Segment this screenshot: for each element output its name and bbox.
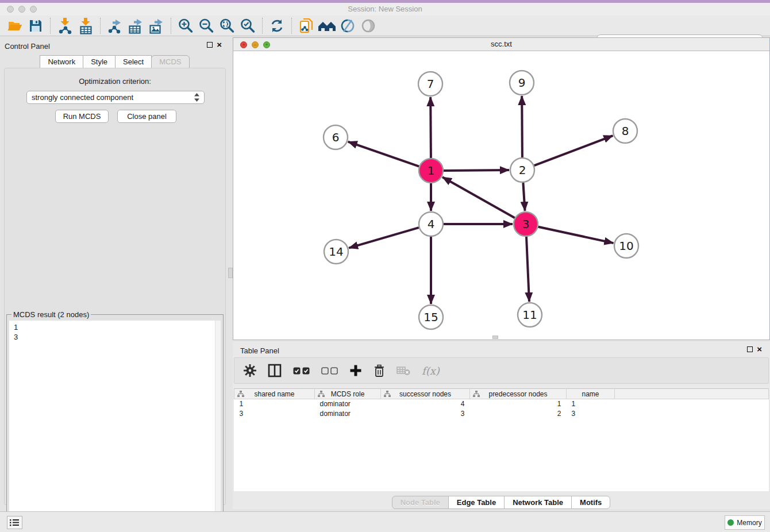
table-header-row: shared name MCDS role successor nodes pr… <box>234 389 769 399</box>
toggle-panel-mode-icon[interactable] <box>268 364 282 377</box>
window-title: Session: New Session <box>0 3 770 16</box>
tab-style[interactable]: Style <box>83 55 116 68</box>
network-close-button[interactable]: × <box>240 41 247 48</box>
column-header-name[interactable]: name <box>567 389 615 399</box>
edge-2-8[interactable] <box>534 136 613 165</box>
network-maximize-button[interactable]: + <box>263 41 270 48</box>
network-view-window: × – + scc.txt 1234678910111415 <box>233 37 770 340</box>
close-panel-button[interactable]: Close panel <box>117 110 176 123</box>
save-session-icon[interactable] <box>25 17 46 35</box>
tab-mcds[interactable]: MCDS <box>151 55 189 68</box>
export-network-icon[interactable] <box>105 17 125 35</box>
table-cell[interactable]: dominator <box>315 409 381 419</box>
table-row[interactable]: 1dominator411 <box>234 399 769 409</box>
column-header-shared-name[interactable]: shared name <box>234 389 315 399</box>
toolbar-separator <box>100 18 101 34</box>
create-column-icon[interactable] <box>349 364 362 377</box>
table-cell[interactable]: dominator <box>315 399 381 409</box>
open-session-icon[interactable] <box>5 17 25 35</box>
graph-node-label-4: 4 <box>428 217 435 231</box>
node-table-body: 1dominator4113dominator323 <box>234 399 769 419</box>
graph-node-label-9: 9 <box>518 76 526 90</box>
edge-4-14[interactable] <box>349 228 419 248</box>
edge-2-9[interactable] <box>522 96 522 157</box>
edge-1-7[interactable] <box>430 97 431 158</box>
column-header-mcds-role[interactable]: MCDS role <box>315 389 381 399</box>
table-cell[interactable]: 4 <box>381 399 470 409</box>
zoom-in-icon[interactable] <box>175 17 196 35</box>
edge-1-2[interactable] <box>444 170 509 171</box>
clone-network-icon[interactable] <box>296 17 317 35</box>
edge-3-11[interactable] <box>526 237 529 302</box>
table-empty-area <box>234 418 769 491</box>
unselect-all-columns-icon[interactable] <box>321 367 338 375</box>
column-header-predecessor-nodes[interactable]: predecessor nodes <box>470 389 567 399</box>
edge-3-10[interactable] <box>538 227 614 243</box>
float-table-panel-icon[interactable] <box>747 346 753 352</box>
graph-node-label-10: 10 <box>619 239 633 253</box>
graph-node-label-7: 7 <box>427 77 434 91</box>
zoom-fit-icon[interactable] <box>217 17 237 35</box>
result-scrollbar[interactable] <box>215 321 221 531</box>
table-cell[interactable]: 1 <box>234 399 315 409</box>
zoom-selected-icon[interactable] <box>237 17 258 35</box>
table-panel-title: Table Panel <box>240 346 279 355</box>
edge-3-1[interactable] <box>442 177 515 218</box>
panel-splitter-handle[interactable] <box>228 268 233 278</box>
criterion-select[interactable]: strongly connected component <box>26 91 205 104</box>
hierarchy-icon <box>384 391 391 400</box>
tab-select[interactable]: Select <box>115 55 152 68</box>
memory-button[interactable]: Memory <box>725 515 765 530</box>
table-cell[interactable]: 2 <box>470 409 567 419</box>
run-mcds-button[interactable]: Run MCDS <box>55 110 109 123</box>
memory-status-icon <box>727 519 734 526</box>
zoom-out-icon[interactable] <box>196 17 217 35</box>
apply-layout-icon[interactable] <box>267 17 287 35</box>
float-panel-icon[interactable] <box>207 42 213 48</box>
export-table-icon[interactable] <box>125 17 146 35</box>
network-window-titlebar[interactable]: × – + scc.txt <box>233 38 769 51</box>
table-cell[interactable]: 3 <box>234 409 315 419</box>
import-network-icon[interactable] <box>55 17 75 35</box>
toolbar-separator <box>171 18 171 34</box>
graph-node-label-14: 14 <box>329 245 343 259</box>
tab-network-table[interactable]: Network Table <box>504 496 572 509</box>
table-panel: Table Panel × f(x) <box>233 342 770 509</box>
delete-columns-icon[interactable] <box>374 364 385 377</box>
hierarchy-icon <box>473 391 480 400</box>
show-graphics-details-icon[interactable] <box>337 17 358 35</box>
hide-graphics-details-icon[interactable] <box>358 17 379 35</box>
table-cell[interactable]: 3 <box>567 409 615 419</box>
graph-node-label-6: 6 <box>332 130 340 144</box>
table-cell[interactable]: 1 <box>567 399 615 409</box>
mcds-result-box: MCDS result (2 nodes) 1 3 <box>6 314 224 532</box>
export-image-icon[interactable] <box>146 17 167 35</box>
tab-edge-table[interactable]: Edge Table <box>448 496 505 509</box>
window-close-button[interactable] <box>7 6 14 13</box>
tab-network[interactable]: Network <box>40 55 83 68</box>
network-minimize-button[interactable]: – <box>252 41 259 48</box>
select-all-columns-icon[interactable] <box>293 367 310 375</box>
first-neighbors-icon[interactable] <box>317 17 337 35</box>
graph-node-label-11: 11 <box>522 308 537 322</box>
column-settings-icon[interactable] <box>244 364 256 377</box>
mcds-result-text[interactable]: 1 3 <box>9 321 215 531</box>
table-cell[interactable]: 1 <box>470 399 567 409</box>
edge-1-6[interactable] <box>348 142 419 167</box>
edge-2-3[interactable] <box>523 183 525 211</box>
tab-motifs[interactable]: Motifs <box>571 496 610 509</box>
window-minimize-button[interactable] <box>18 6 25 13</box>
ui-settings-button[interactable] <box>7 516 22 529</box>
import-table-icon[interactable] <box>75 17 96 35</box>
table-row[interactable]: 3dominator323 <box>234 409 769 419</box>
close-table-panel-icon[interactable]: × <box>757 346 762 352</box>
toolbar-separator <box>262 18 263 34</box>
network-resize-handle[interactable] <box>492 336 498 339</box>
close-panel-icon[interactable]: × <box>217 42 222 48</box>
table-cell[interactable]: 3 <box>381 409 470 419</box>
list-icon <box>10 519 20 526</box>
window-zoom-button[interactable] <box>30 6 37 13</box>
column-header-successor-nodes[interactable]: successor nodes <box>381 389 470 399</box>
network-canvas[interactable]: 1234678910111415 <box>233 51 769 340</box>
tab-node-table[interactable]: Node Table <box>392 496 449 509</box>
